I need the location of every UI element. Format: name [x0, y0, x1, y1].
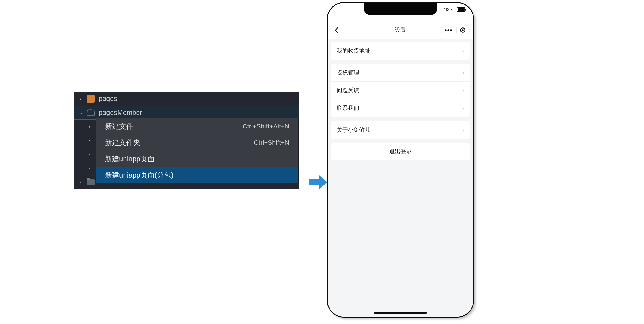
close-miniprogram-icon[interactable]: [460, 27, 465, 33]
cell-label: 联系我们: [337, 104, 359, 112]
battery-percent: 100%: [444, 7, 454, 12]
mini-program-capsule: •••: [441, 25, 470, 35]
chevron-right-icon: ›: [86, 138, 92, 143]
cell-label: 我的收货地址: [337, 47, 370, 55]
tree-item-label: pagesMember: [99, 109, 142, 117]
folder-icon: [87, 95, 95, 103]
page-body: 我的收货地址 › 授权管理 › 问题反馈 › 联系我们 › 关于小兔鲜儿 ›: [328, 39, 473, 317]
arrow-right-icon: [309, 175, 327, 189]
menu-icon[interactable]: •••: [445, 27, 452, 33]
ctx-item-new-uniapp-page[interactable]: 新建uniapp页面: [96, 151, 298, 167]
chevron-right-icon: ›: [462, 87, 464, 94]
ctx-item-new-uniapp-subpackage-page[interactable]: 新建uniapp页面(分包): [96, 167, 298, 183]
page-title: 设置: [395, 26, 406, 34]
settings-group-1: 我的收货地址 ›: [331, 42, 470, 60]
logout-label: 退出登录: [389, 148, 412, 155]
phone-notch: [364, 3, 437, 15]
ctx-item-new-file[interactable]: 新建文件 Ctrl+Shift+Alt+N: [96, 118, 298, 134]
folder-open-icon: [87, 109, 95, 117]
chevron-right-icon: ›: [86, 124, 92, 129]
chevron-right-icon: ›: [462, 69, 464, 76]
chevron-right-icon: ›: [77, 180, 83, 185]
chevron-left-icon: [335, 27, 339, 34]
cell-about[interactable]: 关于小兔鲜儿 ›: [331, 121, 470, 139]
battery-icon: [457, 7, 465, 12]
cell-shipping-address[interactable]: 我的收货地址 ›: [331, 42, 470, 60]
chevron-right-icon: ›: [86, 166, 92, 171]
phone-mockup: 100% 设置 ••• 我的收货地址 › 授权管理 ›: [327, 2, 474, 318]
cell-feedback[interactable]: 问题反馈 ›: [331, 82, 470, 99]
chevron-down-icon: ⌄: [77, 110, 83, 115]
chevron-right-icon: ›: [77, 96, 83, 102]
cell-auth-management[interactable]: 授权管理 ›: [331, 64, 470, 82]
ctx-item-shortcut: Ctrl+Shift+Alt+N: [243, 123, 289, 130]
navigation-bar: 设置 •••: [328, 21, 473, 39]
cell-contact-us[interactable]: 联系我们 ›: [331, 99, 470, 117]
settings-group-3: 关于小兔鲜儿 ›: [331, 121, 470, 139]
status-bar: 100%: [444, 7, 465, 12]
ctx-item-label: 新建uniapp页面(分包): [105, 170, 173, 180]
cell-label: 授权管理: [337, 69, 359, 76]
cell-label: 问题反馈: [337, 87, 359, 94]
ctx-item-label: 新建文件夹: [105, 138, 140, 147]
folder-icon: [87, 178, 95, 186]
ctx-item-label: 新建uniapp页面: [105, 154, 155, 164]
home-indicator[interactable]: [374, 312, 427, 314]
back-button[interactable]: [328, 21, 345, 39]
settings-group-2: 授权管理 › 问题反馈 › 联系我们 ›: [331, 64, 470, 117]
tree-item-pages[interactable]: › pages: [74, 92, 299, 106]
ctx-item-label: 新建文件: [105, 122, 133, 131]
divider: [456, 27, 457, 33]
tree-item-label: pages: [99, 95, 117, 103]
tree-item-pagesMember[interactable]: ⌄ pagesMember: [74, 106, 299, 120]
chevron-right-icon: ›: [86, 152, 92, 157]
ctx-item-shortcut: Ctrl+Shift+N: [254, 139, 289, 146]
svg-marker-0: [309, 175, 327, 189]
chevron-right-icon: ›: [462, 127, 464, 133]
context-menu: 新建文件 Ctrl+Shift+Alt+N 新建文件夹 Ctrl+Shift+N…: [96, 118, 299, 183]
cell-label: 关于小兔鲜儿: [337, 126, 370, 134]
ctx-item-new-folder[interactable]: 新建文件夹 Ctrl+Shift+N: [96, 134, 298, 151]
chevron-right-icon: ›: [462, 105, 464, 112]
logout-button[interactable]: 退出登录: [331, 143, 470, 160]
chevron-right-icon: ›: [462, 48, 464, 54]
